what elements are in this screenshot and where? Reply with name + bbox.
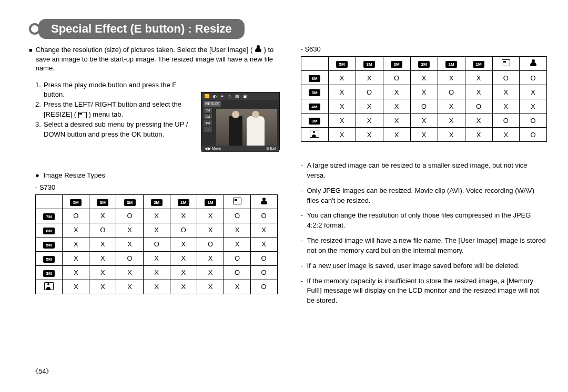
table-cell: X [170,251,197,265]
lcd-screenshot: ▭ ◐ ✦ ☆ ▦ ▣ RESIZE 5M 3M 1M ⌂ [201,92,280,150]
table-cell: X [465,85,492,99]
table-cell: O [250,265,277,280]
table-cell: X [410,85,438,99]
note-text: If the memory capacity is insufficient t… [307,276,547,306]
table-cell: X [465,71,492,85]
table-row: XXXXXXXO [301,128,547,142]
table-cell: O [465,99,492,114]
size-icon-5m: 5M [43,256,55,263]
table-cell: X [170,265,197,280]
table-cell: O [143,237,170,251]
table-cell: X [89,209,116,223]
size-icon-3m: 3M [391,61,402,68]
table-cell: X [197,223,224,237]
table-cell: O [170,223,197,237]
table-cell: X [197,209,224,223]
resize-table-s730: 5M3M3M2M1M1M7MOXOXXXOO6MXOXXOXXX5MXXXOXO… [35,194,278,294]
table-label-s730: - S730 [29,183,278,191]
table-cell: X [465,114,492,128]
table-cell: O [520,114,547,128]
dash: - [301,261,307,271]
table-cell: X [438,114,465,128]
table-cell: X [224,237,251,251]
table-cell: X [328,128,356,142]
table-cell: O [492,114,520,128]
table-row: 3MXXXXXXOO [301,114,547,128]
table-cell: O [356,85,383,99]
step-text: Select a desired sub menu by pressing th… [44,120,193,140]
step-text: Press the play mode button and press the… [44,80,193,100]
intro-paragraph: ■ Change the resolution (size) of pictur… [29,45,278,73]
size-icon-6m: 6M [309,75,320,82]
note-text: The resized image will have a new file n… [307,236,547,256]
size-icon-5m: 5M [43,242,55,249]
table-cell: O [63,209,89,223]
table-cell: O [250,251,277,265]
table-cell: X [116,223,143,237]
table-cell: O [250,280,277,294]
table-cell: X [224,280,251,294]
table-cell: O [89,223,116,237]
table-cell: X [116,280,143,294]
table-cell: X [492,99,520,114]
dash: - [301,236,307,256]
note-text: A large sized image can be resized to a … [307,161,547,181]
size-icon-5m: 5M [70,199,82,206]
ss-icon: ☆ [228,94,231,99]
step-number: 2. [35,100,44,120]
bride-figure [247,116,265,146]
user-image-icon [530,59,537,66]
groom-figure [229,116,242,146]
screenshot-photo [216,109,277,146]
size-icon-5m: 5M [309,89,320,96]
ss-icon: ◐ [213,94,217,99]
page-title: Special Effect (E button) : Resize [38,19,245,39]
page-header: Special Effect (E button) : Resize [29,19,547,39]
table-cell: X [328,99,356,114]
table-cell: X [356,99,383,114]
table-cell: X [250,237,277,251]
startup-image-icon [502,59,510,66]
ss-icon: ✦ [220,94,224,99]
screenshot-label: RESIZE [204,101,221,107]
table-cell: X [63,280,89,294]
table-cell: X [383,128,410,142]
size-icon-1m: 1M [178,199,189,206]
table-cell: X [143,223,170,237]
intro-text-a: Change the resolution (size) of pictures… [36,46,253,54]
size-icon-1m: 1M [445,61,457,68]
resize-tab-icon [78,112,87,118]
size-icon-4m: 4M [309,104,320,110]
ss-icon: ▣ [243,94,247,99]
table-row: 7MOXOXXXOO [36,209,278,223]
table-cell: O [116,209,143,223]
screenshot-side-menu: 5M 3M 1M ⌂ [201,108,215,146]
size-icon-3m: 3M [43,270,55,277]
user-image-box-icon [310,130,319,138]
table-cell: X [410,128,438,142]
dash: - [301,186,307,206]
screenshot-exit-hint: E Exit [267,147,276,151]
size-icon-2m: 2M [418,61,430,68]
size-icon-6m: 6M [43,228,55,234]
bullet-dot: ● [35,171,39,179]
table-cell: X [410,71,438,85]
table-cell: X [170,237,197,251]
table-cell: X [197,251,224,265]
table-cell: X [328,114,356,128]
table-cell: X [143,265,170,280]
ss-side-item: 1M [204,120,212,126]
notes-list: -A large sized image can be resized to a… [299,161,547,306]
table-cell: X [197,265,224,280]
table-cell: O [383,71,410,85]
table-cell: X [356,128,383,142]
table-row: 5MXOXXOXXX [301,85,547,99]
table-label-s630: - S630 [299,45,547,53]
table-cell: O [197,237,224,251]
table-cell: X [89,237,116,251]
user-image-box-icon [44,282,54,290]
table-cell: X [143,251,170,265]
table-cell: O [410,99,438,114]
table-cell: X [383,99,410,114]
subheading: ● Image Resize Types [29,171,278,179]
